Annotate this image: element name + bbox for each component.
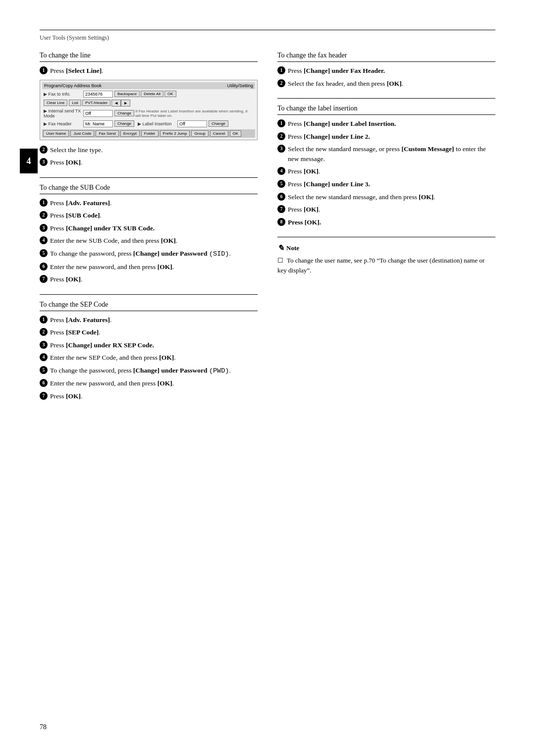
section-sep-code-title: To change the SEP Code bbox=[40, 301, 258, 311]
step-fax-2: 2 Select the fax header, and then press … bbox=[277, 79, 495, 89]
step-label-8: 8 Press [OK]. bbox=[277, 217, 495, 227]
ui-fax-no-input[interactable]: 2345676 bbox=[83, 91, 113, 98]
step-sep-circle-7: 7 bbox=[40, 392, 48, 400]
ui-bottom-btn-ok[interactable]: OK bbox=[230, 130, 242, 137]
ui-bottom-btn-encrypt[interactable]: Encrypt bbox=[120, 130, 140, 137]
step-sep-text-3: Press [Change] under RX SEP Code. bbox=[50, 340, 258, 350]
ui-delete-all-btn[interactable]: Delete All bbox=[141, 91, 163, 97]
step-label-circle-7: 7 bbox=[277, 205, 285, 213]
step-text-1: Press [Select Line]. bbox=[50, 66, 258, 76]
step-sub-text-1: Press [Adv. Features]. bbox=[50, 198, 258, 208]
step-label-2: 2 Press [Change] under Line 2. bbox=[277, 132, 495, 142]
ui-label-insertion-label: ▶ Label Insertion bbox=[138, 121, 177, 126]
step-label-text-2: Press [Change] under Line 2. bbox=[288, 132, 495, 142]
step-sub-circle-2: 2 bbox=[40, 211, 48, 219]
step-label-6: 6 Select the new standard message, and t… bbox=[277, 192, 495, 202]
ui-clear-line-btn[interactable]: Clear Line bbox=[44, 100, 67, 106]
ui-internal-tx-note: If Fax Header and Label Insertion are av… bbox=[135, 109, 254, 118]
page-number: 78 bbox=[40, 723, 47, 731]
step-sub-circle-7: 7 bbox=[40, 275, 48, 283]
step-sub-4: 4 Enter the new SUB Code, and then press… bbox=[40, 236, 258, 246]
step-sep-2: 2 Press [SEP Code]. bbox=[40, 327, 258, 337]
section-sep-code: To change the SEP Code 1 Press [Adv. Fea… bbox=[40, 301, 258, 401]
ui-backspace-btn[interactable]: Backspace bbox=[114, 91, 140, 97]
chapter-number: 4 bbox=[27, 156, 31, 166]
ui-fax-header-row: ▶ Fax Header Mr. Name Change ▶ Label Ins… bbox=[42, 120, 255, 128]
step-sub-2: 2 Press [SUB Code]. bbox=[40, 211, 258, 220]
step-sep-7: 7 Press [OK]. bbox=[40, 391, 258, 401]
step-sub-text-4: Enter the new SUB Code, and then press [… bbox=[50, 236, 258, 246]
step-fax-text-2: Select the fax header, and then press [O… bbox=[288, 79, 495, 89]
step-label-circle-3: 3 bbox=[277, 145, 285, 153]
step-circle-2: 2 bbox=[40, 146, 48, 154]
step-sep-text-4: Enter the new SEP Code, and then press [… bbox=[50, 353, 258, 363]
section-sub-code: To change the SUB Code 1 Press [Adv. Fea… bbox=[40, 184, 258, 284]
ui-list-btn[interactable]: List bbox=[69, 100, 81, 106]
note-title: Note bbox=[286, 244, 299, 252]
section-fax-header: To change the fax header 1 Press [Change… bbox=[277, 52, 495, 88]
ui-fax-header-value: Mr. Name bbox=[83, 120, 113, 127]
ui-pvt-header-btn[interactable]: PVT./Header bbox=[82, 100, 110, 106]
ui-bottom-btn-justcode[interactable]: Just Code bbox=[70, 130, 94, 137]
step-sep-circle-3: 3 bbox=[40, 341, 48, 349]
step-fax-circle-2: 2 bbox=[277, 79, 285, 87]
step-sub-circle-6: 6 bbox=[40, 263, 48, 270]
step-sep-text-2: Press [SEP Code]. bbox=[50, 327, 258, 337]
ui-ok-small-btn[interactable]: OK bbox=[164, 91, 176, 97]
ui-bottom-btn-group[interactable]: Group bbox=[191, 130, 208, 137]
step-label-circle-2: 2 bbox=[277, 132, 285, 140]
ui-arr-right[interactable]: ► bbox=[121, 100, 130, 107]
step-sep-circle-2: 2 bbox=[40, 328, 48, 336]
ui-bottom-btn-cancel[interactable]: Cancel bbox=[210, 130, 228, 137]
section-label-insertion: To change the label insertion 1 Press [C… bbox=[277, 105, 495, 227]
main-content: To change the line 1 Press [Select Line]… bbox=[40, 52, 495, 411]
step-label-text-8: Press [OK]. bbox=[288, 217, 495, 227]
step-label-circle-1: 1 bbox=[277, 119, 285, 127]
ui-bottom-btn-faxsend[interactable]: Fax Send bbox=[96, 130, 118, 137]
step-label-text-6: Select the new standard message, and the… bbox=[288, 192, 495, 202]
step-sub-circle-4: 4 bbox=[40, 236, 48, 244]
section-change-line: To change the line 1 Press [Select Line]… bbox=[40, 52, 258, 167]
step-label-circle-6: 6 bbox=[277, 193, 285, 201]
ui-arr-left[interactable]: ◄ bbox=[111, 100, 121, 107]
step-label-text-3: Select the new standard message, or pres… bbox=[288, 144, 495, 163]
step-sub-circle-3: 3 bbox=[40, 224, 48, 232]
section-change-line-title: To change the line bbox=[40, 52, 258, 62]
note-header: ✎ Note bbox=[277, 243, 495, 253]
ui-change3-btn[interactable]: Change bbox=[209, 120, 228, 127]
ui-bottom-btn-folder[interactable]: Folder bbox=[141, 130, 159, 137]
step-sep-3: 3 Press [Change] under RX SEP Code. bbox=[40, 340, 258, 350]
step-sep-text-5: To change the password, press [Change] u… bbox=[50, 366, 258, 376]
note-divider bbox=[277, 237, 495, 237]
step-label-circle-8: 8 bbox=[277, 218, 285, 226]
step-label-text-4: Press [OK]. bbox=[288, 166, 495, 176]
step-label-5: 5 Press [Change] under Line 3. bbox=[277, 179, 495, 189]
step-label-circle-5: 5 bbox=[277, 180, 285, 188]
step-sub-text-2: Press [SUB Code]. bbox=[50, 211, 258, 220]
page-header: User Tools (System Settings) bbox=[40, 32, 495, 42]
ui-change2-btn[interactable]: Change bbox=[114, 120, 134, 127]
step-label-text-1: Press [Change] under Label Insertion. bbox=[288, 119, 495, 129]
toolbar-right: Utility/Setting bbox=[227, 83, 253, 88]
step-sub-circle-5: 5 bbox=[40, 249, 48, 257]
ui-bottom-btn-username[interactable]: User Name bbox=[43, 130, 69, 137]
step-label-3: 3 Select the new standard message, or pr… bbox=[277, 144, 495, 163]
ui-toolbar: Program/Copy Address Book Utility/Settin… bbox=[42, 82, 255, 89]
ui-label-insertion-value: Off bbox=[177, 120, 207, 127]
ui-bottom-btn-prefix[interactable]: Prefix 2 Jump bbox=[160, 130, 190, 137]
step-label-1: 1 Press [Change] under Label Insertion. bbox=[277, 119, 495, 129]
step-sub-text-5: To change the password, press [Change] u… bbox=[50, 249, 258, 259]
toolbar-left: Program/Copy Address Book bbox=[44, 83, 102, 88]
note-checkbox-icon: ☐ bbox=[277, 257, 283, 264]
step-3-change-line: 3 Press [OK]. bbox=[40, 158, 258, 167]
step-sep-4: 4 Enter the new SEP Code, and then press… bbox=[40, 353, 258, 363]
note-section: ✎ Note ☐ To change the user name, see p.… bbox=[277, 237, 495, 275]
step-sub-3: 3 Press [Change] under TX SUB Code. bbox=[40, 223, 258, 233]
ui-change1-btn[interactable]: Change bbox=[114, 110, 134, 116]
step-sub-7: 7 Press [OK]. bbox=[40, 274, 258, 284]
step-sep-1: 1 Press [Adv. Features]. bbox=[40, 315, 258, 325]
ui-fax-no-label: ▶ Fax to Info. bbox=[44, 92, 83, 97]
step-label-circle-4: 4 bbox=[277, 167, 285, 175]
step-sep-6: 6 Enter the new password, and then press… bbox=[40, 378, 258, 388]
step-sep-circle-4: 4 bbox=[40, 353, 48, 361]
